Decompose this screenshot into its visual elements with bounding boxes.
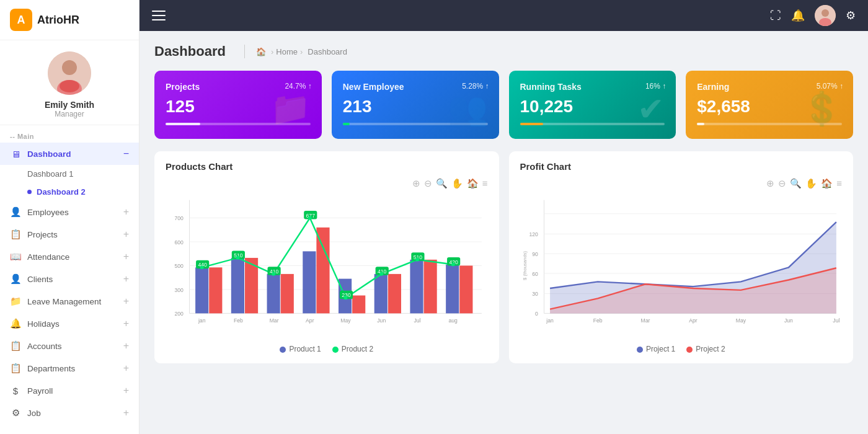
topbar-avatar[interactable] — [815, 5, 836, 26]
sidebar-item-dashboard[interactable]: 🖥 Dashboard − — [0, 143, 139, 165]
svg-rect-29 — [316, 228, 329, 314]
svg-rect-32 — [424, 260, 437, 314]
breadcrumb-home[interactable]: Home — [276, 47, 298, 56]
expand-icon[interactable]: + — [123, 340, 129, 352]
profit-chart-svg: 0 30 60 90 120 $ (thousands) — [520, 194, 843, 337]
charts-row: Products Chart ⊕ ⊖ 🔍 ✋ 🏠 ≡ — [154, 151, 853, 363]
svg-point-5 — [822, 9, 829, 17]
svg-point-1 — [62, 60, 77, 75]
svg-point-52 — [272, 272, 275, 276]
zoom-out-icon[interactable]: ⊖ — [778, 178, 786, 189]
menu-icon[interactable]: ≡ — [836, 178, 842, 189]
breadcrumb-divider — [244, 45, 245, 58]
profit-chart-area: 0 30 60 90 120 $ (thousands) — [520, 194, 843, 340]
fullscreen-icon[interactable]: ⛶ — [770, 9, 781, 22]
brand-name: AtrioHR — [37, 14, 79, 27]
sidebar-item-departments[interactable]: 📋 Departments + — [0, 357, 139, 379]
expand-icon[interactable]: + — [123, 407, 129, 418]
home-icon[interactable]: 🏠 — [821, 178, 833, 189]
nav-section-label: -- Main — [0, 125, 139, 143]
svg-point-56 — [415, 258, 419, 262]
search-icon[interactable]: 🔍 — [790, 178, 802, 189]
breadcrumb-row: Dashboard 🏠 › Home › Dashboard — [154, 43, 853, 60]
expand-icon[interactable]: + — [123, 206, 129, 218]
stat-cards: Projects 125 24.7% ↑ 📁 New Employee 213 … — [154, 71, 853, 139]
sidebar-item-dashboard1[interactable]: Dashboard 1 — [0, 165, 139, 183]
home-icon: 🏠 — [256, 47, 266, 56]
content-area: Dashboard 🏠 › Home › Dashboard Projects … — [140, 31, 868, 434]
leave-icon: 📁 — [10, 296, 21, 307]
svg-text:Mar: Mar — [640, 317, 650, 324]
zoom-out-icon[interactable]: ⊖ — [424, 178, 432, 189]
expand-icon[interactable]: + — [123, 318, 129, 329]
svg-point-54 — [344, 296, 348, 299]
svg-rect-30 — [352, 296, 365, 314]
settings-icon[interactable]: ⚙ — [846, 9, 856, 22]
expand-icon[interactable]: + — [123, 229, 129, 240]
logo-icon: A — [10, 9, 32, 31]
sidebar-item-attendance[interactable]: 📖 Attendance + — [0, 246, 139, 268]
search-icon[interactable]: 🔍 — [436, 178, 448, 189]
svg-rect-26 — [209, 267, 222, 313]
projects-icon: 📋 — [10, 229, 21, 240]
expand-icon[interactable]: + — [123, 296, 129, 307]
pan-icon[interactable]: ✋ — [451, 178, 463, 189]
sidebar-item-job[interactable]: ⚙ Job + — [0, 402, 139, 424]
svg-text:60: 60 — [532, 271, 538, 277]
sidebar-item-holidays[interactable]: 🔔 Holidays + — [0, 312, 139, 335]
sidebar-item-employees[interactable]: 👤 Employees + — [0, 201, 139, 223]
products-legend: Product 1 Product 2 — [166, 345, 488, 353]
svg-text:Apr: Apr — [689, 317, 698, 324]
svg-text:Jun: Jun — [784, 317, 792, 324]
job-icon: ⚙ — [10, 407, 21, 418]
accounts-icon: 📋 — [10, 340, 21, 352]
products-chart-area: 200 300 500 600 700 — [166, 194, 488, 340]
expand-icon[interactable]: + — [123, 273, 129, 285]
svg-rect-23 — [374, 274, 388, 313]
sidebar: A AtrioHR Emily Smith Manager -- Main 🖥 … — [0, 0, 140, 434]
svg-rect-20 — [267, 274, 280, 313]
topbar-right: ⛶ 🔔 ⚙ — [770, 5, 856, 26]
products-chart-svg: 200 300 500 600 700 — [166, 194, 488, 337]
user-profile: Emily Smith Manager — [0, 40, 139, 125]
svg-rect-28 — [281, 274, 294, 313]
sidebar-item-payroll[interactable]: $ Payroll + — [0, 379, 139, 402]
menu-icon[interactable]: ≡ — [482, 178, 488, 189]
svg-point-57 — [451, 263, 455, 267]
home-icon[interactable]: 🏠 — [467, 178, 479, 189]
svg-text:Jul: Jul — [414, 317, 420, 324]
sidebar-item-projects[interactable]: 📋 Projects + — [0, 223, 139, 246]
legend-project1: Project 1 — [637, 345, 675, 353]
stat-card-new-employee: New Employee 213 5.28% ↑ 👥 — [332, 71, 499, 139]
svg-point-53 — [308, 216, 312, 220]
svg-text:Feb: Feb — [593, 317, 602, 324]
zoom-in-icon[interactable]: ⊕ — [412, 178, 420, 189]
page-title: Dashboard — [154, 43, 226, 60]
svg-text:200: 200 — [174, 311, 184, 317]
expand-icon[interactable]: + — [123, 251, 129, 262]
svg-text:90: 90 — [532, 251, 538, 257]
sidebar-item-clients[interactable]: 👤 Clients + — [0, 268, 139, 290]
sidebar-item-dashboard2[interactable]: Dashboard 2 — [0, 183, 139, 201]
notification-icon[interactable]: 🔔 — [791, 9, 805, 22]
sidebar-item-label: Dashboard — [27, 149, 123, 159]
zoom-in-icon[interactable]: ⊕ — [766, 178, 774, 189]
products-chart-toolbar: ⊕ ⊖ 🔍 ✋ 🏠 ≡ — [166, 178, 488, 189]
sidebar-item-leave-management[interactable]: 📁 Leave Management + — [0, 290, 139, 312]
svg-text:500: 500 — [174, 263, 184, 269]
collapse-icon[interactable]: − — [123, 148, 129, 159]
logo-area: A AtrioHR — [0, 0, 139, 40]
hamburger-menu[interactable] — [152, 11, 166, 20]
legend-product1: Product 1 — [280, 345, 321, 353]
svg-text:jan: jan — [198, 317, 206, 324]
pan-icon[interactable]: ✋ — [805, 178, 817, 189]
legend-project2: Project 2 — [686, 345, 725, 353]
svg-text:600: 600 — [174, 239, 184, 246]
svg-text:Jun: Jun — [377, 317, 386, 324]
sidebar-item-accounts[interactable]: 📋 Accounts + — [0, 335, 139, 357]
stat-sub: 5.28% ↑ — [462, 82, 489, 91]
products-chart-card: Products Chart ⊕ ⊖ 🔍 ✋ 🏠 ≡ — [154, 151, 499, 363]
expand-icon[interactable]: + — [123, 363, 129, 374]
svg-text:0: 0 — [535, 311, 538, 317]
expand-icon[interactable]: + — [123, 385, 129, 396]
